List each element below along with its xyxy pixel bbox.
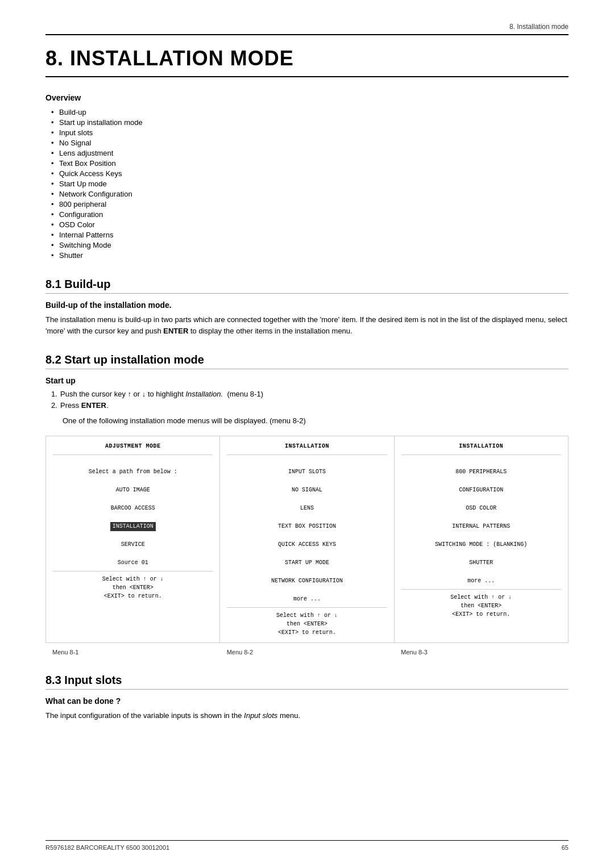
overview-list: Build-up Start up installation mode Inpu… [45,108,569,260]
build-up-body: The installation menu is build-up in two… [45,314,569,336]
section-8-1-title: 8.1 Build-up [45,278,110,290]
section-8-2-header: 8.2 Start up installation mode [45,353,569,369]
menu-box-3-footer: Select with ↑ or ↓ then <ENTER> <EXIT> t… [401,593,561,619]
list-item: OSD Color [51,220,569,229]
list-item: 800 peripheral [51,200,569,208]
footer-right: 65 [562,844,569,851]
menu-box-1-footer: Select with ↑ or ↓ then <ENTER> <EXIT> t… [53,575,213,600]
list-item: Lens adjustment [51,149,569,157]
list-item: Build-up [51,108,569,116]
input-slots-subtitle: What can be done ? [45,696,569,706]
menu-box-2-content: INPUT SLOTS NO SIGNAL LENS TEXT BOX POSI… [227,458,387,604]
menu-box-1-title: ADJUSTMENT MODE [53,442,213,451]
startup-subtitle: Start up [45,376,569,385]
menu-box-2: INSTALLATION INPUT SLOTS NO SIGNAL LENS … [220,436,394,642]
section-8-3: 8.3 Input slots What can be done ? The i… [45,674,569,721]
menu-boxes: ADJUSTMENT MODE Select a path from below… [45,436,569,643]
menu-box-1-content: Select a path from below : AUTO IMAGE BA… [53,458,213,567]
menu-labels: Menu 8-1 Menu 8-2 Menu 8-3 [45,648,569,657]
menu-label-2: Menu 8-2 [220,648,395,657]
list-item: Switching Mode [51,241,569,249]
list-item: Start up installation mode [51,118,569,127]
overview-section: Overview Build-up Start up installation … [45,93,569,260]
section-8-3-title: 8.3 Input slots [45,674,122,686]
menu-box-2-footer: Select with ↑ or ↓ then <ENTER> <EXIT> t… [227,611,387,637]
menu-box-3: INSTALLATION 800 PERIPHERALS CONFIGURATI… [395,436,568,642]
list-item: Shutter [51,251,569,260]
footer-left: R5976182 BARCOREALITY 6500 30012001 [45,844,169,851]
list-item: 2. Press ENTER. [51,401,569,410]
menu-box-2-title: INSTALLATION [227,442,387,451]
list-item: Text Box Position [51,159,569,168]
startup-subsection: Start up 1. Push the cursor key ↑ or ↓ t… [45,376,569,427]
list-item: Input slots [51,128,569,137]
section-8-2: 8.2 Start up installation mode Start up … [45,353,569,657]
build-up-subsection: Build-up of the installation mode. The i… [45,301,569,336]
overview-title: Overview [45,93,569,102]
list-item: No Signal [51,139,569,147]
build-up-subtitle: Build-up of the installation mode. [45,301,569,310]
list-item: 1. Push the cursor key ↑ or ↓ to highlig… [51,390,569,398]
page-title: 8. INSTALLATION MODE [45,47,569,77]
list-item: Internal Patterns [51,231,569,239]
chapter-label: 8. Installation mode [509,23,569,31]
section-8-1-header: 8.1 Build-up [45,278,569,294]
menu-box-1: ADJUSTMENT MODE Select a path from below… [46,436,220,642]
chapter-header: 8. Installation mode [45,23,569,35]
startup-note: One of the following installation mode m… [45,415,569,427]
section-8-2-title: 8.2 Start up installation mode [45,353,204,366]
menu-label-3: Menu 8-3 [394,648,569,657]
menu-label-1: Menu 8-1 [45,648,220,657]
startup-steps: 1. Push the cursor key ↑ or ↓ to highlig… [45,390,569,410]
section-8-1: 8.1 Build-up Build-up of the installatio… [45,278,569,336]
input-slots-subsection: What can be done ? The input configurati… [45,696,569,721]
page-footer: R5976182 BARCOREALITY 6500 30012001 65 [45,840,569,851]
section-8-3-header: 8.3 Input slots [45,674,569,690]
menu-box-3-content: 800 PERIPHERALS CONFIGURATION OSD COLOR … [401,458,561,586]
list-item: Network Configuration [51,190,569,198]
input-slots-body: The input configuration of the variable … [45,710,569,721]
list-item: Quick Access Keys [51,169,569,178]
list-item: Configuration [51,210,569,219]
menu-box-3-title: INSTALLATION [401,442,561,451]
list-item: Start Up mode [51,180,569,188]
